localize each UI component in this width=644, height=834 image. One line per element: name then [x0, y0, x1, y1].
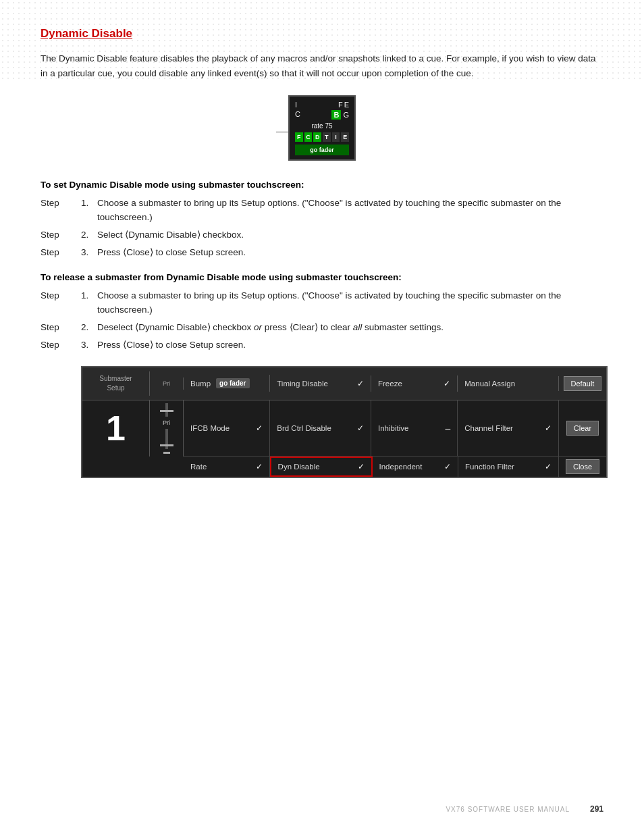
step1-2-text: Select ⟨Dynamic Disable⟩ checkbox.: [97, 228, 603, 242]
function-filter-cell: Function Filter ✓: [458, 457, 559, 477]
setup-panel: Submaster Setup Pri Bump go fader Timing…: [81, 366, 608, 478]
submaster-display: I F E C B G rate 75 F C D T I E: [288, 95, 356, 161]
ifcb-check: ✓: [256, 423, 263, 433]
step1-3-num: 3.: [81, 246, 97, 260]
page-footer: VX76 SOFTWARE USER MANUAL 291: [0, 804, 644, 814]
timing-check: ✓: [357, 379, 364, 388]
step1-3: Step 3. Press ⟨Close⟩ to close Setup scr…: [41, 246, 603, 260]
close-cell[interactable]: Close: [559, 457, 606, 477]
fcd-c: C: [304, 132, 313, 142]
step2-2: Step 2. Deselect ⟨Dynamic Disable⟩ check…: [41, 321, 603, 335]
inhibitive-label: Inhibitive: [378, 424, 408, 432]
step1-3-label: Step: [41, 246, 81, 260]
brd-ctrl-check: ✓: [357, 423, 364, 433]
step2-1-num: 1.: [81, 289, 97, 317]
panel-body-row2: Rate ✓ Dyn Disable ✓ Independent ✓ Funct…: [82, 457, 606, 477]
setup-panel-container: Submaster Setup Pri Bump go fader Timing…: [81, 366, 603, 478]
panel-submaster-number-cell: 1: [82, 400, 150, 457]
display-row2-mid: B: [331, 110, 341, 120]
panel-pri-label: Pri: [150, 377, 184, 390]
function-filter-label: Function Filter: [465, 463, 514, 471]
display-row1-mid: F: [338, 101, 343, 109]
step2-3-num: 3.: [81, 338, 97, 353]
step2-3-label: Step: [41, 338, 81, 353]
slider-handle-top: [160, 410, 173, 412]
dyn-disable-check: ✓: [358, 462, 365, 471]
panel-default-cell[interactable]: Default: [559, 373, 606, 394]
fcd-row: F C D T I E: [295, 132, 349, 142]
display-row2-left: C: [295, 110, 300, 120]
slider-handle-mid: [160, 444, 173, 446]
panel-freeze-cell: Freeze ✓: [371, 375, 458, 392]
intro-text: The Dynamic Disable feature disables the…: [41, 51, 603, 80]
footer-page: 291: [590, 804, 603, 814]
brd-ctrl-cell: Brd Ctrl Disable ✓: [270, 400, 371, 457]
step2-1-text: Choose a submaster to bring up its Setup…: [97, 289, 603, 317]
go-fader-tag: go fader: [216, 378, 249, 388]
channel-filter-cell: Channel Filter ✓: [458, 400, 559, 457]
clear-button[interactable]: Clear: [566, 421, 599, 436]
submaster-number: 1: [106, 411, 126, 446]
timing-disable-label: Timing Disable: [277, 380, 328, 388]
panel-submaster-label: Submaster Setup: [82, 371, 150, 396]
fcd-d: D: [313, 132, 321, 142]
step1-2-num: 2.: [81, 228, 97, 242]
channel-filter-check: ✓: [545, 423, 552, 433]
display-row2-right: G: [343, 111, 349, 119]
panel-body-row1: 1 Pri IFCB Mode ✓: [82, 400, 606, 457]
step2-2-text: Deselect ⟨Dynamic Disable⟩ checkbox or p…: [97, 321, 603, 335]
default-button[interactable]: Default: [564, 376, 602, 391]
freeze-check: ✓: [444, 379, 450, 388]
panel-timing-cell: Timing Disable ✓: [270, 375, 371, 392]
section1-steps: Step 1. Choose a submaster to bring up i…: [41, 197, 603, 260]
slider-handle-bottom: [163, 452, 170, 454]
step1-2-label: Step: [41, 228, 81, 242]
pri-number: Pri: [163, 419, 170, 426]
ifcb-mode-cell: IFCB Mode ✓: [184, 400, 270, 457]
independent-check: ✓: [444, 462, 451, 471]
section2-heading: To release a submaster from Dynamic Disa…: [41, 272, 603, 282]
section-title: Dynamic Disable: [41, 27, 603, 41]
panel-manual-assign-cell: Manual Assign: [458, 376, 559, 391]
step1-1: Step 1. Choose a submaster to bring up i…: [41, 197, 603, 225]
step2-1: Step 1. Choose a submaster to bring up i…: [41, 289, 603, 317]
rate-check: ✓: [256, 462, 263, 471]
function-filter-check: ✓: [545, 462, 552, 471]
display-row1-right: E: [344, 101, 349, 109]
dyn-disable-cell: Dyn Disable ✓: [270, 457, 373, 477]
freeze-label: Freeze: [378, 380, 402, 388]
rate-label: Rate: [190, 463, 207, 471]
submaster-display-container: I F E C B G rate 75 F C D T I E: [41, 95, 603, 161]
step1-2: Step 2. Select ⟨Dynamic Disable⟩ checkbo…: [41, 228, 603, 242]
slider-mid: [165, 429, 168, 449]
bump-label: Bump: [190, 380, 211, 388]
section1-heading: To set Dynamic Disable mode using submas…: [41, 180, 603, 190]
fcd-t: T: [323, 132, 331, 142]
step1-1-label: Step: [41, 197, 81, 225]
step1-1-text: Choose a submaster to bring up its Setup…: [97, 197, 603, 225]
close-button[interactable]: Close: [566, 459, 599, 474]
display-row1-left: I: [295, 101, 297, 109]
inhibitive-dash: –: [445, 423, 450, 434]
step1-3-text: Press ⟨Close⟩ to close Setup screen.: [97, 246, 603, 260]
footer-manual: VX76 SOFTWARE USER MANUAL: [446, 806, 570, 813]
channel-filter-label: Channel Filter: [464, 424, 513, 432]
panel-bump-cell: Bump go fader: [184, 375, 270, 392]
rate-cell: Rate ✓: [184, 457, 270, 477]
step2-2-num: 2.: [81, 321, 97, 335]
independent-label: Independent: [379, 463, 423, 471]
step2-1-label: Step: [41, 289, 81, 317]
panel-header-row: Submaster Setup Pri Bump go fader Timing…: [82, 367, 606, 400]
step1-1-num: 1.: [81, 197, 97, 225]
step2-2-label: Step: [41, 321, 81, 335]
fcd-i: I: [332, 132, 340, 142]
fcd-f: F: [295, 132, 303, 142]
brd-ctrl-label: Brd Ctrl Disable: [277, 424, 331, 432]
fcd-e: E: [341, 132, 349, 142]
dyn-disable-label: Dyn Disable: [278, 463, 320, 471]
section2-steps: Step 1. Choose a submaster to bring up i…: [41, 289, 603, 353]
ifcb-mode-label: IFCB Mode: [190, 424, 230, 432]
clear-cell[interactable]: Clear: [559, 400, 606, 457]
go-fader-btn: go fader: [295, 145, 349, 155]
step2-3-text: Press ⟨Close⟩ to close Setup screen.: [97, 338, 603, 353]
